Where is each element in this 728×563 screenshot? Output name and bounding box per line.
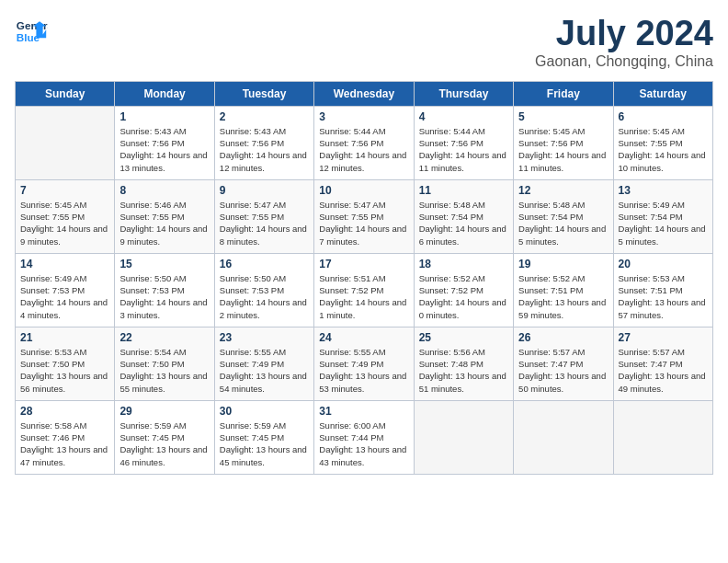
day-number: 2 — [220, 110, 309, 123]
calendar-cell: 10Sunrise: 5:47 AMSunset: 7:55 PMDayligh… — [314, 179, 414, 253]
day-number: 1 — [119, 110, 209, 123]
calendar-cell: 26Sunrise: 5:57 AMSunset: 7:47 PMDayligh… — [514, 327, 613, 400]
day-info: Sunrise: 5:48 AMSunset: 7:54 PMDaylight:… — [419, 199, 508, 247]
day-info: Sunrise: 5:55 AMSunset: 7:49 PMDaylight:… — [220, 346, 309, 395]
calendar-cell: 5Sunrise: 5:45 AMSunset: 7:56 PMDaylight… — [514, 106, 613, 179]
day-number: 12 — [518, 184, 608, 197]
calendar-cell: 15Sunrise: 5:50 AMSunset: 7:53 PMDayligh… — [115, 253, 214, 327]
day-info: Sunrise: 5:50 AMSunset: 7:53 PMDaylight:… — [220, 272, 309, 321]
day-info: Sunrise: 5:47 AMSunset: 7:55 PMDaylight:… — [319, 199, 408, 247]
day-info: Sunrise: 5:46 AMSunset: 7:55 PMDaylight:… — [119, 199, 209, 247]
day-info: Sunrise: 5:47 AMSunset: 7:55 PMDaylight:… — [220, 199, 309, 247]
day-info: Sunrise: 5:44 AMSunset: 7:56 PMDaylight:… — [319, 125, 408, 174]
calendar-cell: 2Sunrise: 5:43 AMSunset: 7:56 PMDaylight… — [214, 106, 313, 179]
day-number: 6 — [619, 110, 708, 123]
day-info: Sunrise: 5:52 AMSunset: 7:51 PMDaylight:… — [518, 272, 608, 321]
calendar-week-row: 21Sunrise: 5:53 AMSunset: 7:50 PMDayligh… — [16, 327, 713, 400]
day-info: Sunrise: 5:50 AMSunset: 7:53 PMDaylight:… — [119, 272, 209, 321]
day-number: 21 — [20, 331, 109, 344]
day-info: Sunrise: 5:49 AMSunset: 7:54 PMDaylight:… — [619, 199, 708, 247]
day-number: 30 — [220, 405, 309, 418]
logo: General Blue — [15, 15, 48, 48]
day-of-week-header: Thursday — [414, 81, 513, 106]
calendar-week-row: 1Sunrise: 5:43 AMSunset: 7:56 PMDaylight… — [16, 106, 713, 179]
calendar-cell: 9Sunrise: 5:47 AMSunset: 7:55 PMDaylight… — [214, 179, 313, 253]
calendar-cell: 31Sunrise: 6:00 AMSunset: 7:44 PMDayligh… — [314, 400, 414, 474]
day-info: Sunrise: 5:53 AMSunset: 7:51 PMDaylight:… — [619, 272, 708, 321]
calendar-cell: 22Sunrise: 5:54 AMSunset: 7:50 PMDayligh… — [115, 327, 214, 400]
day-number: 20 — [619, 258, 708, 270]
day-info: Sunrise: 5:51 AMSunset: 7:52 PMDaylight:… — [319, 272, 408, 321]
day-number: 15 — [119, 258, 209, 270]
day-number: 25 — [419, 331, 508, 344]
day-info: Sunrise: 5:45 AMSunset: 7:56 PMDaylight:… — [518, 125, 608, 174]
page-header: General Blue July 2024 Gaonan, Chongqing… — [15, 15, 713, 70]
day-number: 31 — [319, 405, 408, 418]
calendar-cell: 27Sunrise: 5:57 AMSunset: 7:47 PMDayligh… — [613, 327, 712, 400]
day-info: Sunrise: 5:52 AMSunset: 7:52 PMDaylight:… — [419, 272, 508, 321]
calendar-cell: 4Sunrise: 5:44 AMSunset: 7:56 PMDaylight… — [414, 106, 513, 179]
day-of-week-header: Friday — [514, 81, 613, 106]
calendar-cell: 29Sunrise: 5:59 AMSunset: 7:45 PMDayligh… — [115, 400, 214, 474]
calendar-cell — [514, 400, 613, 474]
day-info: Sunrise: 5:57 AMSunset: 7:47 PMDaylight:… — [619, 346, 708, 395]
day-info: Sunrise: 6:00 AMSunset: 7:44 PMDaylight:… — [319, 419, 408, 468]
day-number: 13 — [619, 184, 708, 197]
calendar-cell: 16Sunrise: 5:50 AMSunset: 7:53 PMDayligh… — [214, 253, 313, 327]
calendar-cell: 21Sunrise: 5:53 AMSunset: 7:50 PMDayligh… — [16, 327, 115, 400]
logo-icon: General Blue — [15, 15, 48, 48]
day-info: Sunrise: 5:45 AMSunset: 7:55 PMDaylight:… — [20, 199, 109, 247]
day-info: Sunrise: 5:44 AMSunset: 7:56 PMDaylight:… — [419, 125, 508, 174]
calendar-week-row: 28Sunrise: 5:58 AMSunset: 7:46 PMDayligh… — [16, 400, 713, 474]
day-number: 22 — [119, 331, 209, 344]
day-number: 8 — [119, 184, 209, 197]
day-info: Sunrise: 5:56 AMSunset: 7:48 PMDaylight:… — [419, 346, 508, 395]
calendar-cell: 11Sunrise: 5:48 AMSunset: 7:54 PMDayligh… — [414, 179, 513, 253]
day-number: 5 — [518, 110, 608, 123]
calendar-cell: 20Sunrise: 5:53 AMSunset: 7:51 PMDayligh… — [613, 253, 712, 327]
calendar-header-row: SundayMondayTuesdayWednesdayThursdayFrid… — [16, 81, 713, 106]
day-info: Sunrise: 5:43 AMSunset: 7:56 PMDaylight:… — [220, 125, 309, 174]
day-info: Sunrise: 5:49 AMSunset: 7:53 PMDaylight:… — [20, 272, 109, 321]
day-number: 14 — [20, 258, 109, 270]
calendar-cell: 14Sunrise: 5:49 AMSunset: 7:53 PMDayligh… — [16, 253, 115, 327]
calendar-cell: 8Sunrise: 5:46 AMSunset: 7:55 PMDaylight… — [115, 179, 214, 253]
day-number: 11 — [419, 184, 508, 197]
day-info: Sunrise: 5:54 AMSunset: 7:50 PMDaylight:… — [119, 346, 209, 395]
calendar-cell: 3Sunrise: 5:44 AMSunset: 7:56 PMDaylight… — [314, 106, 414, 179]
calendar-table: SundayMondayTuesdayWednesdayThursdayFrid… — [15, 81, 713, 475]
day-info: Sunrise: 5:53 AMSunset: 7:50 PMDaylight:… — [20, 346, 109, 395]
month-title: July 2024 — [535, 15, 713, 53]
day-number: 7 — [20, 184, 109, 197]
day-info: Sunrise: 5:43 AMSunset: 7:56 PMDaylight:… — [119, 125, 209, 174]
calendar-cell: 28Sunrise: 5:58 AMSunset: 7:46 PMDayligh… — [16, 400, 115, 474]
day-info: Sunrise: 5:58 AMSunset: 7:46 PMDaylight:… — [20, 419, 109, 468]
calendar-cell: 12Sunrise: 5:48 AMSunset: 7:54 PMDayligh… — [514, 179, 613, 253]
day-info: Sunrise: 5:59 AMSunset: 7:45 PMDaylight:… — [119, 419, 209, 468]
calendar-cell: 24Sunrise: 5:55 AMSunset: 7:49 PMDayligh… — [314, 327, 414, 400]
calendar-cell: 7Sunrise: 5:45 AMSunset: 7:55 PMDaylight… — [16, 179, 115, 253]
calendar-cell: 6Sunrise: 5:45 AMSunset: 7:55 PMDaylight… — [613, 106, 712, 179]
day-of-week-header: Sunday — [16, 81, 115, 106]
day-info: Sunrise: 5:55 AMSunset: 7:49 PMDaylight:… — [319, 346, 408, 395]
day-info: Sunrise: 5:45 AMSunset: 7:55 PMDaylight:… — [619, 125, 708, 174]
day-number: 27 — [619, 331, 708, 344]
day-number: 10 — [319, 184, 408, 197]
day-of-week-header: Saturday — [613, 81, 712, 106]
calendar-cell: 13Sunrise: 5:49 AMSunset: 7:54 PMDayligh… — [613, 179, 712, 253]
day-number: 26 — [518, 331, 608, 344]
calendar-cell: 18Sunrise: 5:52 AMSunset: 7:52 PMDayligh… — [414, 253, 513, 327]
day-of-week-header: Tuesday — [214, 81, 313, 106]
calendar-cell: 19Sunrise: 5:52 AMSunset: 7:51 PMDayligh… — [514, 253, 613, 327]
day-number: 9 — [220, 184, 309, 197]
day-info: Sunrise: 5:59 AMSunset: 7:45 PMDaylight:… — [220, 419, 309, 468]
day-number: 24 — [319, 331, 408, 344]
day-number: 29 — [119, 405, 209, 418]
title-block: July 2024 Gaonan, Chongqing, China — [535, 15, 713, 70]
day-number: 19 — [518, 258, 608, 270]
day-info: Sunrise: 5:48 AMSunset: 7:54 PMDaylight:… — [518, 199, 608, 247]
day-info: Sunrise: 5:57 AMSunset: 7:47 PMDaylight:… — [518, 346, 608, 395]
calendar-cell: 25Sunrise: 5:56 AMSunset: 7:48 PMDayligh… — [414, 327, 513, 400]
calendar-cell: 1Sunrise: 5:43 AMSunset: 7:56 PMDaylight… — [115, 106, 214, 179]
calendar-week-row: 7Sunrise: 5:45 AMSunset: 7:55 PMDaylight… — [16, 179, 713, 253]
